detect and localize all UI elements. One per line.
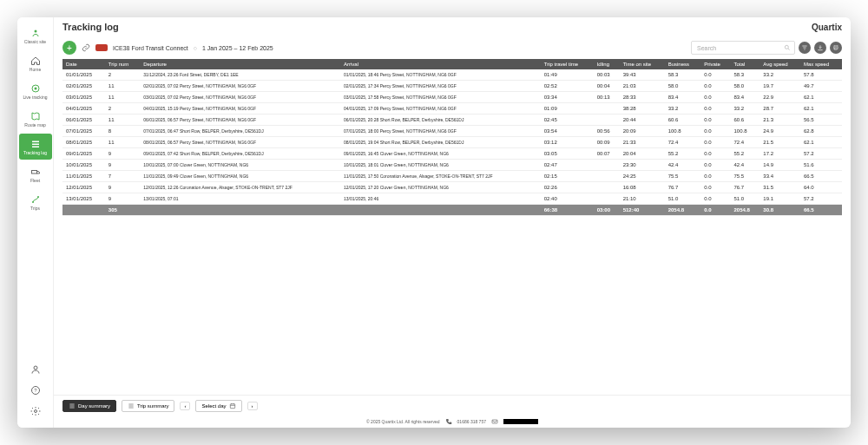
table-row[interactable]: 11/01/2025711/01/2025, 09:49 Clover Gree…	[62, 171, 842, 182]
total-cell: 66.5	[800, 205, 842, 216]
column-header[interactable]: Departure	[140, 59, 340, 69]
column-header[interactable]: Avg speed	[760, 59, 800, 69]
svg-rect-18	[492, 420, 497, 423]
svg-rect-5	[32, 146, 39, 147]
cell	[594, 115, 620, 126]
sidebar-label: Trips	[30, 206, 40, 211]
table-row[interactable]: 08/01/20251108/01/2025, 06:57 Percy Stre…	[62, 137, 842, 148]
cell: 08/01/2025	[62, 137, 105, 148]
cell: 60.6	[730, 115, 760, 126]
route-icon	[30, 194, 41, 205]
svg-rect-4	[32, 143, 39, 145]
table-row[interactable]: 07/01/2025807/01/2025, 06:47 Short Row, …	[62, 126, 842, 137]
table-row[interactable]: 04/01/2025204/01/2025, 15:19 Percy Stree…	[62, 103, 842, 115]
help-icon: ?	[30, 385, 41, 396]
cell: 0.0	[700, 182, 730, 193]
total-cell: 66:38	[541, 205, 594, 216]
cell: 10/01/2025	[62, 160, 105, 171]
sidebar-item-help[interactable]: ?	[19, 381, 52, 400]
cell: 66.5	[800, 171, 842, 182]
table-row[interactable]: 02/01/20251102/01/2025, 07:02 Percy Stre…	[62, 81, 842, 92]
sidebar-item-fleet[interactable]: Fleet	[19, 161, 52, 187]
svg-point-8	[37, 196, 39, 198]
column-header[interactable]: Time on site	[620, 59, 665, 69]
cell: 0.0	[700, 126, 730, 137]
total-cell: 2054.8	[665, 205, 701, 216]
cell: 13/01/2025	[62, 193, 105, 205]
table-container[interactable]: DateTrip numDepartureArrivalTrip travel …	[54, 59, 851, 395]
column-header[interactable]: Trip num	[105, 59, 140, 69]
column-header[interactable]: Idling	[594, 59, 620, 69]
table-row[interactable]: 10/01/2025910/01/2025, 07:00 Clover Gree…	[62, 160, 842, 171]
cell: 14.9	[760, 160, 800, 171]
cell: 72.4	[730, 137, 760, 148]
sidebar-item-home[interactable]: Home	[19, 50, 52, 76]
phone-icon	[445, 418, 452, 425]
column-header[interactable]: Max speed	[800, 59, 842, 69]
download-button[interactable]	[814, 42, 826, 54]
cell: 11	[105, 115, 140, 126]
column-header[interactable]: Total	[730, 59, 760, 69]
print-button[interactable]	[830, 42, 842, 54]
column-header[interactable]: Business	[665, 59, 701, 69]
select-day-button[interactable]: Select day	[195, 400, 241, 412]
cell: 2	[105, 103, 140, 115]
footer: © 2025 Quartix Ltd. All rights reserved …	[54, 416, 851, 428]
table-row[interactable]: 09/01/2025909/01/2025, 07:42 Short Row, …	[62, 148, 842, 160]
sidebar-item-live[interactable]: Live tracking	[19, 78, 52, 104]
select-day-label: Select day	[201, 403, 226, 409]
cell: 06/01/2025	[62, 115, 105, 126]
table-row[interactable]: 12/01/2025912/01/2025, 12:26 Coronation …	[62, 182, 842, 193]
cell: 24.9	[760, 126, 800, 137]
sidebar-item-settings[interactable]	[19, 402, 52, 421]
cell: 76.7	[730, 182, 760, 193]
cell: 06/01/2025, 06:57 Percy Street, NOTTINGH…	[140, 115, 340, 126]
cell: 33.2	[760, 69, 800, 81]
truck-icon	[30, 167, 41, 177]
sidebar-item-user[interactable]	[19, 360, 52, 379]
cell: 02:26	[541, 182, 594, 193]
cell: 00:56	[594, 126, 620, 137]
table-row[interactable]: 13/01/2025913/01/2025, 07:0113/01/2025, …	[62, 193, 842, 205]
total-cell	[340, 205, 541, 216]
cell: 58.0	[665, 81, 701, 92]
search-input[interactable]: Search	[691, 41, 795, 55]
sidebar-label: Fleet	[30, 178, 40, 183]
column-header[interactable]: Trip travel time	[541, 59, 594, 69]
filter-button[interactable]	[799, 42, 811, 54]
cell	[594, 103, 620, 115]
page-nav: ›	[247, 402, 258, 410]
cell: 0.0	[700, 115, 730, 126]
sidebar-item-trips[interactable]: Trips	[19, 189, 52, 215]
cell: 07/01/2025	[62, 126, 105, 137]
sidebar-item-tracking-log[interactable]: Tracking log	[19, 134, 52, 160]
add-button[interactable]: +	[62, 41, 76, 55]
table-row[interactable]: 03/01/20251103/01/2025, 07:02 Percy Stre…	[62, 92, 842, 103]
total-cell: 305	[105, 205, 140, 216]
sidebar-item-route[interactable]: Route map	[19, 106, 52, 132]
cell: 0.0	[700, 193, 730, 205]
day-summary-toggle[interactable]: Day summary	[62, 400, 116, 412]
trip-summary-toggle[interactable]: Trip summary	[122, 400, 174, 412]
cell: 08/01/2025, 19:04 Short Row, BELPER, Der…	[340, 137, 541, 148]
calendar-icon	[229, 402, 236, 409]
table-row[interactable]: 01/01/2025231/12/2024, 23:26 Ford Street…	[62, 69, 842, 81]
total-cell	[140, 205, 340, 216]
date-range: 1 Jan 2025 – 12 Feb 2025	[202, 45, 273, 51]
column-header[interactable]: Date	[62, 59, 105, 69]
cell: 11/01/2025	[62, 171, 105, 182]
cell: 58.0	[730, 81, 760, 92]
column-header[interactable]: Arrival	[340, 59, 541, 69]
table-row[interactable]: 06/01/20251106/01/2025, 06:57 Percy Stre…	[62, 115, 842, 126]
link-icon[interactable]	[82, 43, 90, 52]
footer-phone: 01686 318 757	[457, 419, 486, 424]
column-header[interactable]: Private	[700, 59, 730, 69]
toggle-label: Day summary	[78, 403, 110, 409]
cell: 21:33	[620, 137, 665, 148]
prev-page[interactable]: ‹	[180, 402, 190, 410]
sidebar-item-classic[interactable]: Classic site	[19, 23, 52, 49]
toggle-label: Trip summary	[137, 403, 168, 409]
cell: 00:09	[594, 137, 620, 148]
next-page[interactable]: ›	[247, 402, 258, 410]
list-icon	[128, 402, 135, 409]
